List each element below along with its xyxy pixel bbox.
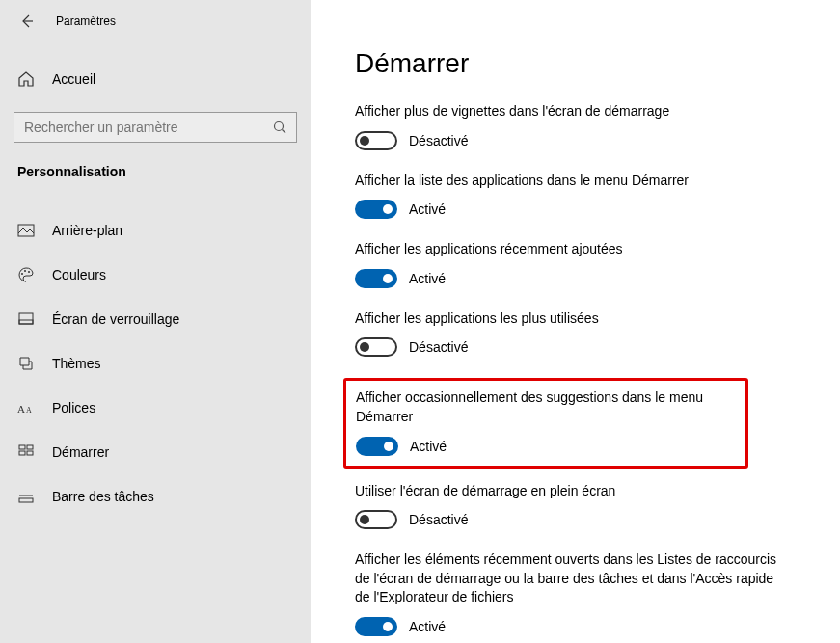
home-icon [17,70,35,88]
toggle-switch[interactable] [355,617,397,636]
toggle-row: Activé [355,200,801,219]
sidebar-item-label: Arrière-plan [52,223,122,238]
nav-list: Arrière-plan Couleurs Écran de verrouill… [0,208,311,519]
sidebar-item-background[interactable]: Arrière-plan [0,208,311,253]
svg-text:A: A [26,406,32,415]
svg-rect-7 [19,313,33,324]
sidebar-item-taskbar[interactable]: Barre des tâches [0,474,311,519]
sidebar-item-start[interactable]: Démarrer [0,430,311,474]
toggle-state-label: Désactivé [409,339,468,355]
fonts-icon: AA [17,399,35,416]
setting-block: Afficher les applications récemment ajou… [355,240,801,288]
themes-icon [17,355,35,372]
toggle-switch[interactable] [356,437,398,456]
svg-rect-11 [19,445,25,449]
toggle-row: Désactivé [355,510,801,529]
sidebar-item-label: Couleurs [52,267,106,282]
main-content: Démarrer Afficher plus de vignettes dans… [311,0,840,643]
toggle-switch[interactable] [355,510,397,529]
sidebar-item-themes[interactable]: Thèmes [0,341,311,386]
sidebar-item-lockscreen[interactable]: Écran de verrouillage [0,297,311,341]
sidebar: Paramètres Accueil Personnalisation Arri… [0,0,311,643]
category-label: Personnalisation [0,143,311,193]
svg-point-4 [21,273,23,275]
toggle-row: Désactivé [355,131,801,150]
toggle-row: Désactivé [355,337,801,357]
back-button[interactable] [19,13,35,29]
svg-rect-8 [19,320,33,324]
toggle-state-label: Activé [409,271,446,286]
svg-rect-15 [19,498,33,502]
setting-block: Afficher les éléments récemment ouverts … [355,550,801,636]
search-input[interactable] [14,112,297,143]
home-label: Accueil [52,71,95,87]
setting-label: Afficher plus de vignettes dans l'écran … [355,102,779,121]
setting-label: Afficher les applications récemment ajou… [355,240,779,259]
toggle-state-label: Activé [409,619,446,634]
toggle-switch[interactable] [355,337,397,357]
svg-rect-14 [27,451,33,455]
svg-rect-13 [19,451,25,455]
svg-point-6 [28,271,30,273]
palette-icon [17,266,35,283]
toggle-switch[interactable] [355,269,397,288]
toggle-row: Activé [355,269,801,288]
picture-icon [17,222,35,239]
toggle-switch[interactable] [355,131,397,150]
setting-block: Afficher plus de vignettes dans l'écran … [355,102,801,150]
sidebar-item-label: Thèmes [52,356,101,371]
sidebar-item-label: Écran de verrouillage [52,311,179,327]
home-nav[interactable]: Accueil [0,60,311,98]
sidebar-item-label: Démarrer [52,444,109,460]
setting-block: Afficher les applications les plus utili… [355,309,801,358]
setting-block: Utiliser l'écran de démarrage en plein é… [355,482,801,530]
svg-point-5 [24,270,26,272]
svg-text:A: A [17,403,25,415]
sidebar-item-label: Polices [52,400,95,415]
toggle-switch[interactable] [355,200,397,219]
page-title: Démarrer [355,48,801,79]
setting-label: Afficher les applications les plus utili… [355,309,779,329]
toggle-row: Activé [356,437,736,456]
toggle-state-label: Activé [409,201,446,217]
setting-label: Afficher les éléments récemment ouverts … [355,550,779,607]
window-title: Paramètres [56,14,116,28]
sidebar-item-label: Barre des tâches [52,489,154,504]
topbar: Paramètres [0,0,311,42]
taskbar-icon [17,488,35,505]
setting-block: Afficher la liste des applications dans … [355,172,801,220]
setting-label: Afficher occasionnellement des suggestio… [356,388,736,426]
start-icon [17,443,35,461]
svg-rect-12 [27,445,33,449]
setting-label: Afficher la liste des applications dans … [355,172,779,191]
toggle-state-label: Activé [410,439,447,454]
toggle-state-label: Désactivé [409,133,468,148]
sidebar-item-colors[interactable]: Couleurs [0,253,311,297]
setting-label: Utiliser l'écran de démarrage en plein é… [355,482,779,501]
setting-block: Afficher occasionnellement des suggestio… [343,378,748,468]
sidebar-item-fonts[interactable]: AA Polices [0,386,311,430]
lockscreen-icon [17,310,35,328]
arrow-left-icon [19,13,35,29]
toggle-state-label: Désactivé [409,512,468,527]
toggle-row: Activé [355,617,801,636]
